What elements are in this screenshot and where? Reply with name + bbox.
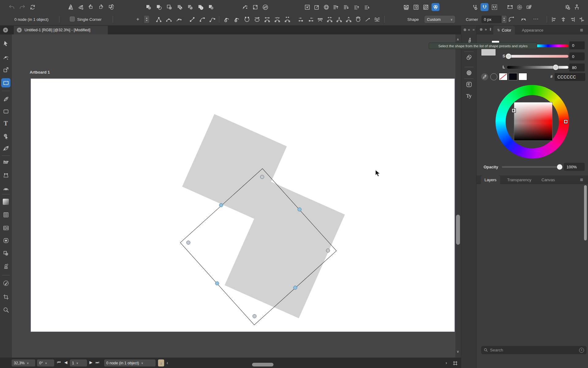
layers-scroll-thumb[interactable]	[584, 185, 587, 240]
hue-value[interactable]: 0	[569, 41, 585, 49]
panel-close-icon[interactable]: ⊗	[480, 27, 483, 32]
origin-stepper[interactable]: ▲▼	[144, 16, 149, 23]
corner-rounded-icon[interactable]	[507, 15, 515, 23]
first-page-icon[interactable]: ⏮︎	[57, 360, 61, 365]
history-sync-icon[interactable]	[28, 3, 36, 11]
undo-icon[interactable]	[8, 3, 16, 11]
hump-break-icon[interactable]	[345, 15, 352, 23]
selection-status-dropdown[interactable]: 0 node (in 1 object)∨	[104, 359, 156, 366]
tool-fisheye[interactable]	[1, 183, 10, 193]
bool-compound-icon[interactable]	[207, 3, 215, 11]
curve-close-icon[interactable]	[243, 15, 251, 23]
page-number-dropdown[interactable]: 1∨	[70, 359, 87, 366]
node-add-icon[interactable]	[233, 15, 241, 23]
hex-value-input[interactable]: CCCCCC	[555, 73, 585, 81]
selected-node-handle[interactable]	[219, 203, 223, 207]
align-first-icon[interactable]	[550, 15, 558, 23]
tool-vector-crop[interactable]	[1, 236, 10, 245]
curve-join-icon[interactable]	[364, 15, 371, 23]
next-page-icon[interactable]: ▶	[89, 360, 92, 365]
transform-origin-icon[interactable]: +	[134, 15, 142, 23]
window-close-icon[interactable]: ×	[3, 28, 8, 33]
handles-curve-icon[interactable]	[519, 15, 527, 23]
opacity-value[interactable]: 100%	[564, 163, 585, 171]
tool-vector-pen[interactable]	[1, 94, 10, 103]
layers-menu-icon[interactable]: ≡	[580, 177, 583, 183]
view-vector-icon[interactable]	[432, 3, 439, 11]
scroll-up-icon[interactable]: ∧	[457, 37, 459, 41]
collapse-status-icon[interactable]: ‹	[167, 360, 168, 365]
flip-vertical-icon[interactable]	[77, 3, 85, 11]
bool-xor-icon[interactable]	[186, 3, 194, 11]
arrange-backward-icon[interactable]	[363, 3, 371, 11]
tool-crop[interactable]	[1, 292, 10, 301]
previous-page-icon[interactable]: ◀	[64, 360, 67, 365]
luminosity-knob[interactable]	[553, 65, 558, 70]
redo-icon[interactable]	[18, 3, 26, 11]
selected-node-handle[interactable]	[293, 286, 297, 290]
canvas-viewport[interactable]: Artboard 1	[12, 34, 455, 358]
rotation-center-icon[interactable]	[515, 3, 523, 11]
scroll-down-icon[interactable]: ∨	[457, 350, 459, 354]
hump-pair-icon[interactable]	[283, 15, 291, 23]
hump-expand-icon[interactable]	[263, 15, 271, 23]
last-page-icon[interactable]: ⏭︎	[96, 360, 99, 365]
strip-typography-icon[interactable]: Ty	[465, 92, 473, 100]
node-delete-icon[interactable]	[223, 15, 231, 23]
strip-paragraph-icon[interactable]	[465, 80, 473, 88]
strip-equals-icon[interactable]: =	[473, 28, 475, 32]
segment-line-icon[interactable]	[188, 15, 196, 23]
view-split-icon[interactable]	[422, 3, 430, 11]
tool-shapes[interactable]	[1, 249, 10, 258]
tab-transparency[interactable]: Transparency	[503, 175, 535, 184]
fit-view-icon[interactable]	[451, 359, 459, 367]
selected-node-handle[interactable]	[215, 282, 219, 286]
bool-divide-icon[interactable]	[176, 3, 184, 11]
luminosity-value[interactable]: 80	[569, 63, 585, 71]
hump-in-icon[interactable]	[326, 15, 334, 23]
zoom-level-dropdown[interactable]: 32,3%∨	[12, 359, 35, 366]
hump-contract-icon[interactable]	[273, 15, 281, 23]
snapping-toggle-icon[interactable]	[481, 3, 488, 11]
corner-stepper[interactable]: ▲▼	[502, 16, 507, 23]
align-last-icon[interactable]	[568, 15, 576, 23]
tool-text[interactable]: T	[1, 119, 10, 128]
panel-expand-icon[interactable]: »	[485, 27, 487, 32]
tool-rectangle[interactable]	[1, 107, 10, 116]
rotation-dropdown[interactable]: 0°∨	[37, 359, 54, 366]
expand-corner-icon[interactable]: ›	[446, 360, 447, 365]
curve-reverse-icon[interactable]	[253, 15, 261, 23]
strip-styles-stack-icon[interactable]	[465, 53, 473, 61]
saturation-knob[interactable]	[506, 54, 511, 59]
black-swatch[interactable]	[509, 73, 517, 80]
more-options-icon[interactable]: …	[533, 14, 539, 21]
link-style-icon[interactable]	[261, 3, 269, 11]
node-handle[interactable]	[253, 314, 257, 318]
hue-ring-marker[interactable]	[564, 120, 567, 123]
shape-builder-icon[interactable]	[525, 3, 533, 11]
search-clear-icon[interactable]: ×	[579, 348, 584, 353]
tool-warp[interactable]	[1, 144, 10, 153]
tab-canvas[interactable]: Canvas	[538, 175, 559, 184]
luminosity-slider[interactable]	[507, 66, 568, 69]
flip-horizontal-icon[interactable]	[66, 3, 74, 11]
bool-intersect-icon[interactable]	[165, 3, 173, 11]
convert-sharp-icon[interactable]	[155, 15, 163, 23]
sl-marker[interactable]	[512, 109, 515, 112]
tool-point-transform[interactable]	[1, 65, 10, 74]
bool-add-icon[interactable]	[145, 3, 153, 11]
align-center-icon[interactable]	[559, 15, 567, 23]
tab-close-icon[interactable]: ×	[17, 28, 22, 33]
preferences-icon[interactable]	[564, 3, 571, 11]
smooth-curve-icon[interactable]	[241, 3, 249, 11]
node-handle[interactable]	[260, 175, 264, 179]
arrange-to-front-icon[interactable]	[332, 3, 340, 11]
view-pixels-icon[interactable]	[412, 3, 420, 11]
selection-cycle-icon[interactable]	[322, 3, 330, 11]
node-handle[interactable]	[326, 249, 330, 253]
panel-menu-icon[interactable]: ≡	[580, 27, 583, 33]
saturation-slider[interactable]	[507, 55, 568, 58]
strip-collapse-left-icon[interactable]: «	[468, 28, 470, 32]
selected-node-handle[interactable]	[298, 208, 302, 212]
tool-clone-stamp[interactable]	[1, 262, 10, 271]
